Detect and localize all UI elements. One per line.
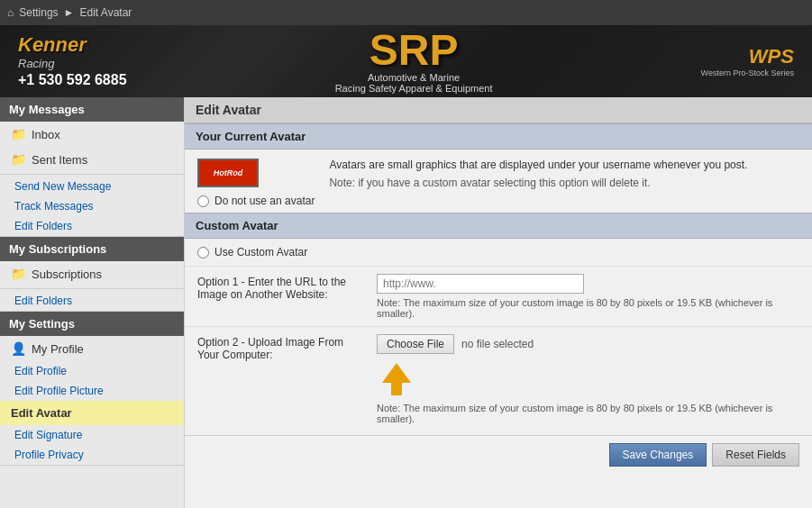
sidebar-item-subscriptions[interactable]: 📁 Subscriptions (0, 261, 184, 286)
no-avatar-note: Note: if you have a custom avatar select… (329, 177, 799, 189)
sidebar-link-send[interactable]: Send New Message (0, 177, 184, 196)
option1-row: Option 1 - Enter the URL to the Image on… (185, 266, 812, 326)
banner-phone: +1 530 592 6885 (18, 72, 127, 88)
breadcrumb-sep: ► (64, 6, 75, 19)
reset-button[interactable]: Reset Fields (712, 443, 799, 467)
banner-racing: Racing (18, 57, 127, 70)
subscriptions-icon: 📁 (11, 267, 26, 281)
edit-avatar-label: Edit Avatar (11, 406, 72, 420)
bottom-actions: Save Changes Reset Fields (185, 435, 812, 474)
sidebar-header-subscriptions: My Subscriptions (0, 237, 184, 261)
choose-file-button[interactable]: Choose File (377, 334, 454, 354)
breadcrumb: ⌂ Settings ► Edit Avatar (7, 6, 132, 19)
banner-srp: SRP (335, 29, 493, 72)
sidebar-link-track[interactable]: Track Messages (0, 196, 184, 216)
option2-row: Option 2 - Upload Image From Your Comput… (185, 326, 812, 431)
current-avatar-body: HotRod Do not use an avatar Avatars are … (185, 150, 812, 213)
sidebar-section-subscriptions: My Subscriptions 📁 Subscriptions Edit Fo… (0, 237, 184, 312)
file-row: Choose File no file selected (377, 334, 799, 354)
sidebar-item-my-profile[interactable]: 👤 My Profile (0, 336, 184, 361)
sidebar-divider-2 (0, 288, 184, 289)
profile-icon: 👤 (11, 341, 26, 356)
sidebar-item-edit-avatar[interactable]: Edit Avatar (0, 401, 184, 425)
current-avatar-title: Your Current Avatar (185, 123, 812, 150)
top-bar: ⌂ Settings ► Edit Avatar (0, 0, 812, 25)
no-avatar-label: Do not use an avatar (214, 195, 315, 207)
content-header: Edit Avatar (185, 97, 812, 123)
url-input[interactable] (377, 274, 584, 294)
sidebar-link-profile-privacy[interactable]: Profile Privacy (0, 445, 184, 465)
banner-wps-sub: Western Pro-Stock Series (701, 68, 794, 78)
settings-breadcrumb[interactable]: Settings (19, 6, 58, 19)
option1-note: Note: The maximum size of your custom im… (377, 297, 799, 319)
banner-right: WPS Western Pro-Stock Series (701, 45, 794, 78)
content-area: Edit Avatar Your Current Avatar HotRod D… (185, 97, 812, 508)
no-avatar-radio[interactable] (197, 195, 209, 207)
sidebar-section-settings: My Settings 👤 My Profile Edit Profile Ed… (0, 312, 184, 466)
sidebar-link-edit-signature[interactable]: Edit Signature (0, 425, 184, 445)
no-avatar-row: Do not use an avatar (197, 195, 315, 207)
option2-label: Option 2 - Upload Image From Your Comput… (197, 334, 364, 361)
use-custom-row: Use Custom Avatar (185, 239, 812, 266)
banner-wps: WPS (701, 45, 794, 68)
option2-note: Note: The maximum size of your custom im… (377, 403, 799, 424)
banner-left: Kenner Racing +1 530 592 6885 (18, 34, 127, 87)
sidebar-item-inbox[interactable]: 📁 Inbox (0, 122, 184, 147)
avatar-text: HotRod (214, 168, 243, 177)
use-custom-label: Use Custom Avatar (214, 246, 307, 259)
save-button[interactable]: Save Changes (609, 443, 707, 467)
sidebar-divider-1 (0, 174, 184, 175)
inbox-icon: 📁 (11, 127, 26, 141)
edit-avatar-breadcrumb: Edit Avatar (80, 6, 132, 19)
banner-sub1: Automotive & Marine (335, 72, 493, 83)
sidebar-link-edit-folders-msg[interactable]: Edit Folders (0, 216, 184, 236)
inbox-label: Inbox (32, 128, 60, 141)
option2-content: Choose File no file selected Note: The m… (377, 334, 799, 424)
banner-kenner: Kenner (18, 34, 127, 56)
banner: Kenner Racing +1 530 592 6885 SRP Automo… (0, 25, 812, 97)
sidebar: My Messages 📁 Inbox 📁 Sent Items Send Ne… (0, 97, 185, 508)
main-layout: My Messages 📁 Inbox 📁 Sent Items Send Ne… (0, 97, 812, 508)
sidebar-section-messages: My Messages 📁 Inbox 📁 Sent Items Send Ne… (0, 97, 184, 237)
use-custom-radio[interactable] (197, 247, 209, 259)
no-file-label: no file selected (461, 338, 534, 350)
my-profile-label: My Profile (32, 342, 84, 356)
avatar-description-col: Avatars are small graphics that are disp… (329, 159, 799, 189)
sidebar-link-edit-folders-sub[interactable]: Edit Folders (0, 291, 184, 311)
sidebar-item-sent[interactable]: 📁 Sent Items (0, 147, 184, 172)
sidebar-header-messages: My Messages (0, 97, 184, 122)
banner-sub2: Racing Safety Apparel & Equipment (335, 83, 493, 94)
avatar-description: Avatars are small graphics that are disp… (329, 159, 799, 171)
arrow-container (377, 359, 799, 399)
current-avatar-image: HotRod (197, 159, 259, 187)
sidebar-link-edit-profile[interactable]: Edit Profile (0, 361, 184, 381)
banner-center: SRP Automotive & Marine Racing Safety Ap… (335, 29, 493, 94)
svg-marker-0 (382, 363, 411, 395)
home-icon[interactable]: ⌂ (7, 6, 14, 19)
option1-label: Option 1 - Enter the URL to the Image on… (197, 274, 364, 301)
sidebar-header-settings: My Settings (0, 312, 184, 336)
option1-content: Note: The maximum size of your custom im… (377, 274, 799, 319)
upload-arrow-icon (377, 359, 416, 399)
sent-label: Sent Items (32, 153, 87, 167)
sent-icon: 📁 (11, 152, 26, 167)
custom-avatar-title: Custom Avatar (185, 213, 812, 239)
subscriptions-label: Subscriptions (32, 268, 102, 281)
sidebar-link-edit-picture[interactable]: Edit Profile Picture (0, 381, 184, 401)
